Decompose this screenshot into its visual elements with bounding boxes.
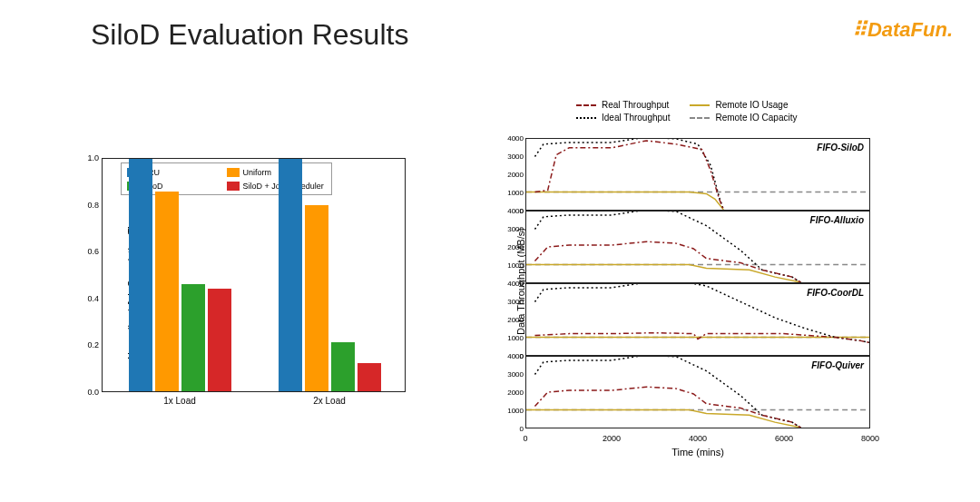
legend-label: Remote IO Capacity: [715, 113, 797, 123]
line-ytick: 3000: [507, 225, 524, 233]
line-ytick: 0: [507, 425, 524, 433]
bar-ytick: 0.2: [87, 340, 99, 349]
bar: [129, 159, 152, 391]
bar: [305, 205, 328, 391]
bar: [331, 342, 355, 391]
logo-text: DataFun.: [867, 18, 953, 41]
bar-ytick: 1.0: [87, 153, 99, 162]
legend-line-icon: [690, 117, 710, 119]
line-ytick: 4000: [507, 280, 524, 288]
line-legend-item: Remote IO Usage: [690, 100, 797, 110]
line-ytick: 2000: [507, 389, 524, 397]
bar-ytick: 0.4: [87, 294, 99, 303]
line-ytick: 3000: [507, 153, 524, 161]
bar: [279, 159, 302, 391]
legend-line-icon: [690, 104, 710, 106]
line-ytick: 2000: [507, 316, 524, 324]
bar-group: [279, 159, 381, 391]
line-ytick: 2000: [507, 243, 524, 251]
line-ytick: 3000: [507, 298, 524, 306]
line-legend-item: Real Throughput: [576, 100, 670, 110]
legend-label: Uniform: [243, 168, 272, 177]
line-legend: Real ThroughputRemote IO UsageIdeal Thro…: [576, 100, 797, 123]
line-panel: FIFO-SiloD: [525, 138, 870, 211]
legend-line-icon: [576, 117, 596, 119]
series-line: [534, 387, 800, 428]
bar: [208, 289, 231, 391]
bar-chart: Normalized Job Completion Time 0.00.20.4…: [54, 100, 413, 484]
series-line: [534, 139, 723, 210]
panel-label: FIFO-Quiver: [811, 360, 864, 370]
bar-ytick: 0.6: [87, 247, 99, 256]
line-panels: FIFO-SiloDFIFO-AlluxioFIFO-CoorDLFIFO-Qu…: [525, 138, 870, 428]
line-xtick: 0: [523, 434, 527, 443]
legend-label: Real Throughput: [602, 100, 669, 110]
line-ytick: 4000: [507, 352, 524, 360]
line-ytick: 4000: [507, 134, 524, 143]
legend-label: Remote IO Usage: [715, 100, 788, 110]
series-line: [526, 410, 800, 428]
line-xlabel: Time (mins): [525, 447, 870, 458]
line-ytick: 4000: [507, 207, 524, 215]
bar: [181, 284, 205, 391]
panel-label: FIFO-CoorDL: [807, 288, 864, 298]
line-ytick: 2000: [507, 171, 524, 179]
bar-ytick: 0.8: [87, 201, 99, 210]
logo-dots-icon: ⠿: [852, 18, 866, 41]
bar-xcategory: 2x Load: [313, 396, 346, 406]
line-ytick: 1000: [507, 261, 524, 270]
legend-line-icon: [576, 104, 596, 106]
series-line: [526, 192, 723, 211]
bar: [155, 192, 179, 391]
bar-xcategory: 1x Load: [163, 396, 196, 406]
line-xtick: 6000: [775, 434, 793, 443]
line-xtick: 4000: [689, 434, 707, 443]
bar-plot-area: LRUUniformSiloDSiloD + Job Scheduler 1x …: [102, 158, 406, 392]
legend-label: Ideal Throughput: [602, 113, 670, 123]
page-title: SiloD Evaluation Results: [91, 18, 408, 52]
series-line: [534, 212, 800, 282]
line-legend-item: Remote IO Capacity: [690, 113, 797, 123]
line-xtick: 8000: [861, 434, 879, 443]
series-line: [534, 141, 723, 210]
series-line: [526, 265, 800, 283]
panel-label: FIFO-Alluxio: [810, 215, 864, 225]
line-xtick: 2000: [603, 434, 621, 443]
line-legend-item: Ideal Throughput: [576, 113, 670, 123]
line-chart: Real ThroughputRemote IO UsageIdeal Thro…: [467, 100, 894, 484]
line-ytick: 1000: [507, 334, 524, 342]
bar-group: [129, 159, 231, 391]
series-line: [534, 357, 800, 428]
line-panel: FIFO-Quiver: [525, 356, 870, 428]
bar: [358, 363, 381, 391]
line-panel: FIFO-CoorDL: [525, 283, 870, 356]
line-ytick: 3000: [507, 370, 524, 379]
bar-ytick: 0.0: [87, 388, 99, 397]
line-ytick: 1000: [507, 189, 524, 197]
series-line: [534, 241, 800, 282]
panel-label: FIFO-SiloD: [817, 143, 864, 153]
line-ytick: 1000: [507, 407, 524, 415]
bar-yticks: 0.00.20.40.60.81.0: [84, 158, 101, 392]
line-panel: FIFO-Alluxio: [525, 211, 870, 283]
logo: ⠿DataFun.: [852, 18, 953, 42]
